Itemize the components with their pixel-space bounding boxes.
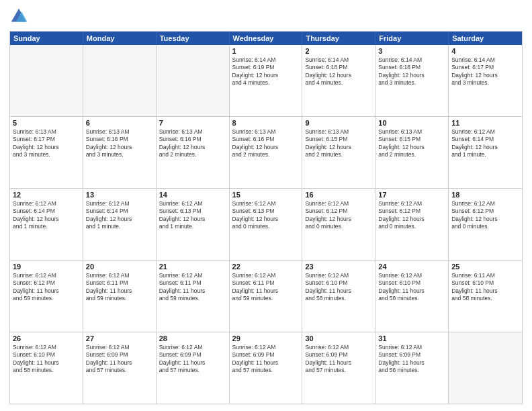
day-info: Sunrise: 6:14 AMSunset: 6:18 PMDaylight:… bbox=[378, 56, 445, 87]
day-headers: SundayMondayTuesdayWednesdayThursdayFrid… bbox=[10, 32, 522, 45]
day-number: 29 bbox=[232, 334, 300, 342]
day-info: Sunrise: 6:13 AMSunset: 6:15 PMDaylight:… bbox=[305, 128, 372, 159]
day-cell: 18Sunrise: 6:12 AMSunset: 6:12 PMDayligh… bbox=[449, 189, 522, 260]
day-number: 30 bbox=[305, 334, 372, 342]
day-number: 18 bbox=[451, 191, 519, 199]
day-cell: 14Sunrise: 6:12 AMSunset: 6:13 PMDayligh… bbox=[157, 189, 230, 260]
day-cell: 7Sunrise: 6:13 AMSunset: 6:16 PMDaylight… bbox=[157, 117, 230, 188]
day-info: Sunrise: 6:12 AMSunset: 6:09 PMDaylight:… bbox=[159, 344, 226, 375]
logo bbox=[9, 7, 31, 26]
day-info: Sunrise: 6:12 AMSunset: 6:09 PMDaylight:… bbox=[378, 344, 445, 375]
day-number: 22 bbox=[232, 263, 300, 271]
day-info: Sunrise: 6:12 AMSunset: 6:12 PMDaylight:… bbox=[378, 200, 445, 231]
day-info: Sunrise: 6:12 AMSunset: 6:12 PMDaylight:… bbox=[451, 200, 519, 231]
day-number: 31 bbox=[378, 334, 445, 342]
day-cell: 29Sunrise: 6:12 AMSunset: 6:09 PMDayligh… bbox=[230, 332, 303, 404]
day-cell: 15Sunrise: 6:12 AMSunset: 6:13 PMDayligh… bbox=[230, 189, 303, 260]
day-info: Sunrise: 6:12 AMSunset: 6:13 PMDaylight:… bbox=[232, 200, 300, 231]
day-cell bbox=[449, 332, 522, 404]
day-number: 9 bbox=[305, 119, 372, 127]
day-header-tuesday: Tuesday bbox=[157, 32, 230, 45]
day-cell: 6Sunrise: 6:13 AMSunset: 6:16 PMDaylight… bbox=[83, 117, 157, 188]
day-cell: 24Sunrise: 6:12 AMSunset: 6:10 PMDayligh… bbox=[375, 261, 449, 332]
day-cell: 30Sunrise: 6:12 AMSunset: 6:09 PMDayligh… bbox=[302, 332, 375, 404]
day-cell: 27Sunrise: 6:12 AMSunset: 6:09 PMDayligh… bbox=[83, 332, 157, 404]
day-info: Sunrise: 6:13 AMSunset: 6:16 PMDaylight:… bbox=[232, 128, 300, 159]
day-info: Sunrise: 6:12 AMSunset: 6:11 PMDaylight:… bbox=[159, 272, 226, 303]
day-number: 17 bbox=[378, 191, 445, 199]
day-cell: 28Sunrise: 6:12 AMSunset: 6:09 PMDayligh… bbox=[157, 332, 230, 404]
day-cell: 26Sunrise: 6:12 AMSunset: 6:10 PMDayligh… bbox=[10, 332, 83, 404]
day-cell: 9Sunrise: 6:13 AMSunset: 6:15 PMDaylight… bbox=[302, 117, 375, 188]
day-info: Sunrise: 6:12 AMSunset: 6:14 PMDaylight:… bbox=[86, 200, 153, 231]
day-info: Sunrise: 6:12 AMSunset: 6:13 PMDaylight:… bbox=[159, 200, 226, 231]
week-row-3: 12Sunrise: 6:12 AMSunset: 6:14 PMDayligh… bbox=[10, 188, 522, 260]
day-info: Sunrise: 6:12 AMSunset: 6:11 PMDaylight:… bbox=[232, 272, 300, 303]
day-number: 7 bbox=[159, 119, 226, 127]
day-number: 5 bbox=[13, 119, 80, 127]
day-info: Sunrise: 6:14 AMSunset: 6:19 PMDaylight:… bbox=[232, 56, 300, 87]
week-row-4: 19Sunrise: 6:12 AMSunset: 6:12 PMDayligh… bbox=[10, 260, 522, 332]
day-cell: 20Sunrise: 6:12 AMSunset: 6:11 PMDayligh… bbox=[83, 261, 157, 332]
day-cell: 8Sunrise: 6:13 AMSunset: 6:16 PMDaylight… bbox=[230, 117, 303, 188]
day-cell: 31Sunrise: 6:12 AMSunset: 6:09 PMDayligh… bbox=[375, 332, 449, 404]
day-number: 15 bbox=[232, 191, 300, 199]
day-number: 28 bbox=[159, 334, 226, 342]
day-info: Sunrise: 6:12 AMSunset: 6:09 PMDaylight:… bbox=[86, 344, 153, 375]
day-header-wednesday: Wednesday bbox=[230, 32, 303, 45]
day-cell: 22Sunrise: 6:12 AMSunset: 6:11 PMDayligh… bbox=[230, 261, 303, 332]
day-cell bbox=[157, 45, 230, 116]
day-header-friday: Friday bbox=[375, 32, 449, 45]
day-cell: 4Sunrise: 6:14 AMSunset: 6:17 PMDaylight… bbox=[449, 45, 522, 116]
day-info: Sunrise: 6:12 AMSunset: 6:11 PMDaylight:… bbox=[86, 272, 153, 303]
day-number: 14 bbox=[159, 191, 226, 199]
day-number: 26 bbox=[13, 334, 80, 342]
day-header-sunday: Sunday bbox=[10, 32, 83, 45]
week-row-5: 26Sunrise: 6:12 AMSunset: 6:10 PMDayligh… bbox=[10, 332, 522, 404]
day-cell: 16Sunrise: 6:12 AMSunset: 6:12 PMDayligh… bbox=[302, 189, 375, 260]
day-number: 23 bbox=[305, 263, 372, 271]
day-info: Sunrise: 6:12 AMSunset: 6:14 PMDaylight:… bbox=[13, 200, 80, 231]
day-info: Sunrise: 6:11 AMSunset: 6:10 PMDaylight:… bbox=[451, 272, 519, 303]
day-cell: 5Sunrise: 6:13 AMSunset: 6:17 PMDaylight… bbox=[10, 117, 83, 188]
week-row-1: 1Sunrise: 6:14 AMSunset: 6:19 PMDaylight… bbox=[10, 45, 522, 116]
day-number: 25 bbox=[451, 263, 519, 271]
day-cell: 23Sunrise: 6:12 AMSunset: 6:10 PMDayligh… bbox=[302, 261, 375, 332]
day-cell: 19Sunrise: 6:12 AMSunset: 6:12 PMDayligh… bbox=[10, 261, 83, 332]
day-cell: 25Sunrise: 6:11 AMSunset: 6:10 PMDayligh… bbox=[449, 261, 522, 332]
day-info: Sunrise: 6:14 AMSunset: 6:18 PMDaylight:… bbox=[305, 56, 372, 87]
day-number: 10 bbox=[378, 119, 445, 127]
calendar: SundayMondayTuesdayWednesdayThursdayFrid… bbox=[9, 31, 523, 404]
day-number: 27 bbox=[86, 334, 153, 342]
page-container: SundayMondayTuesdayWednesdayThursdayFrid… bbox=[0, 0, 532, 411]
day-number: 20 bbox=[86, 263, 153, 271]
day-cell: 11Sunrise: 6:12 AMSunset: 6:14 PMDayligh… bbox=[449, 117, 522, 188]
day-cell: 21Sunrise: 6:12 AMSunset: 6:11 PMDayligh… bbox=[157, 261, 230, 332]
day-number: 13 bbox=[86, 191, 153, 199]
day-cell: 10Sunrise: 6:13 AMSunset: 6:15 PMDayligh… bbox=[375, 117, 449, 188]
day-number: 11 bbox=[451, 119, 519, 127]
day-header-saturday: Saturday bbox=[449, 32, 522, 45]
day-number: 24 bbox=[378, 263, 445, 271]
day-cell bbox=[83, 45, 157, 116]
day-cell: 1Sunrise: 6:14 AMSunset: 6:19 PMDaylight… bbox=[230, 45, 303, 116]
day-cell: 13Sunrise: 6:12 AMSunset: 6:14 PMDayligh… bbox=[83, 189, 157, 260]
day-number: 4 bbox=[451, 47, 519, 55]
day-number: 16 bbox=[305, 191, 372, 199]
day-number: 6 bbox=[86, 119, 153, 127]
day-header-thursday: Thursday bbox=[302, 32, 375, 45]
day-info: Sunrise: 6:12 AMSunset: 6:09 PMDaylight:… bbox=[305, 344, 372, 375]
day-cell bbox=[10, 45, 83, 116]
day-info: Sunrise: 6:12 AMSunset: 6:10 PMDaylight:… bbox=[378, 272, 445, 303]
day-number: 21 bbox=[159, 263, 226, 271]
day-number: 3 bbox=[378, 47, 445, 55]
logo-icon bbox=[9, 7, 28, 26]
day-number: 19 bbox=[13, 263, 80, 271]
day-info: Sunrise: 6:12 AMSunset: 6:12 PMDaylight:… bbox=[305, 200, 372, 231]
day-header-monday: Monday bbox=[83, 32, 157, 45]
weeks: 1Sunrise: 6:14 AMSunset: 6:19 PMDaylight… bbox=[10, 45, 522, 404]
day-number: 12 bbox=[13, 191, 80, 199]
day-cell: 3Sunrise: 6:14 AMSunset: 6:18 PMDaylight… bbox=[375, 45, 449, 116]
day-number: 8 bbox=[232, 119, 300, 127]
day-info: Sunrise: 6:13 AMSunset: 6:16 PMDaylight:… bbox=[159, 128, 226, 159]
